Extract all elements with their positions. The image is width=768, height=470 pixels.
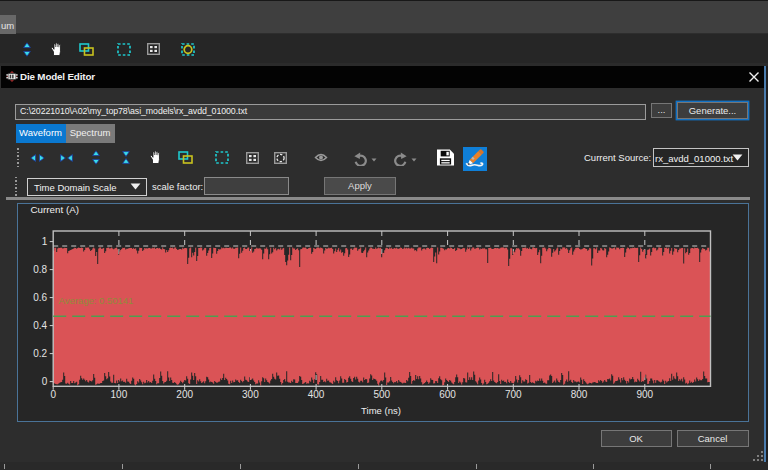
svg-text:200: 200 [176,389,193,400]
svg-text:100: 100 [111,389,128,400]
svg-text:600: 600 [439,389,456,400]
svg-text:Time (ns): Time (ns) [361,405,401,416]
svg-text:300: 300 [242,389,259,400]
svg-text:0.8: 0.8 [33,264,47,275]
svg-text:Current (A): Current (A) [31,204,79,215]
svg-text:900: 900 [636,389,653,400]
svg-text:0: 0 [50,389,56,400]
svg-text:800: 800 [571,389,588,400]
svg-text:700: 700 [505,389,522,400]
svg-text:0.2: 0.2 [33,348,47,359]
svg-text:500: 500 [373,389,390,400]
svg-text:0.6: 0.6 [33,292,47,303]
svg-text:0.4: 0.4 [33,320,47,331]
svg-text:Average: 0.50141: Average: 0.50141 [59,295,134,306]
svg-text:400: 400 [308,389,325,400]
svg-text:0: 0 [42,376,48,387]
svg-text:1: 1 [42,236,48,247]
